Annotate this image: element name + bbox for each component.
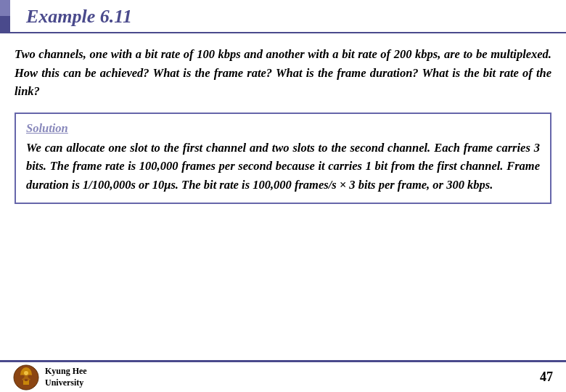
solution-text: We can allocate one slot to the first ch… <box>26 139 540 195</box>
accent-bottom <box>0 16 10 32</box>
university-name: Kyung Hee University <box>45 366 87 388</box>
university-name-line1: Kyung Hee <box>45 366 87 377</box>
header-accent <box>0 0 10 32</box>
solution-box: Solution We can allocate one slot to the… <box>15 113 551 205</box>
page-title: Example 6.11 <box>26 6 132 28</box>
svg-point-5 <box>24 371 28 375</box>
solution-label: Solution <box>26 121 540 136</box>
university-name-line2: University <box>45 377 87 389</box>
footer-left: Kyung Hee University <box>13 364 87 391</box>
accent-top <box>0 0 10 16</box>
page-container: Example 6.11 Two channels, one with a bi… <box>0 0 566 392</box>
footer: Kyung Hee University 47 <box>0 360 566 392</box>
header: Example 6.11 <box>0 0 566 33</box>
page-number: 47 <box>540 369 553 385</box>
problem-text: Two channels, one with a bit rate of 100… <box>15 45 551 101</box>
main-content: Two channels, one with a bit rate of 100… <box>0 33 566 220</box>
svg-rect-4 <box>25 379 28 381</box>
university-logo-icon <box>13 364 39 391</box>
